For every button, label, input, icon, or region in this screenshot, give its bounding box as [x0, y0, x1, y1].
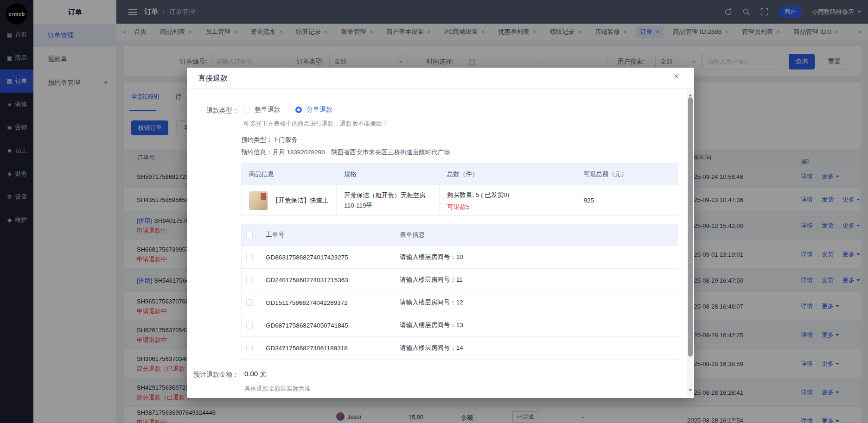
goods-col-spec: 规格 — [337, 164, 440, 185]
work-order-row: GD240175868274031715363请输入楼层房间号：11 — [242, 268, 678, 291]
work-order-no: GD151175868274042269372 — [266, 299, 348, 306]
dialog-header-divider — [187, 88, 694, 88]
product-thumbnail — [249, 191, 268, 210]
work-order-form-info: 请输入楼层房间号：11 — [400, 276, 463, 284]
refund-type-radio-group: 整单退款 分单退款 — [243, 106, 332, 114]
refund-dialog: 直接退款 × 退款类型： 整单退款 分单退款 可选择下方表格中的商品进行退款，退… — [187, 68, 694, 398]
radio-split-label[interactable]: 分单退款 — [306, 106, 332, 114]
work-order-row: GD863175868274017423275请输入楼层房间号：10 — [242, 246, 678, 268]
work-table-header: 工单号 表单信息 — [242, 224, 678, 246]
work-order-form-info: 请输入楼层房间号：10 — [400, 253, 463, 261]
work-col-no: 工单号 — [258, 224, 392, 246]
work-order-no: GD347175868274061189318 — [266, 345, 348, 352]
product-name: 【开荒保洁】快速上... — [272, 196, 329, 205]
goods-col-info: 商品信息 — [242, 164, 337, 185]
row-checkbox[interactable] — [246, 254, 253, 260]
refund-type-label: 退款类型： — [192, 107, 239, 115]
goods-col-amount: 可退总额（元） — [576, 164, 678, 185]
work-table-body: GD863175868274017423275请输入楼层房间号：10GD2401… — [242, 246, 678, 359]
row-checkbox[interactable] — [246, 322, 253, 328]
work-col-form: 表单信息 — [392, 224, 678, 246]
dialog-scrollbar[interactable] — [687, 89, 693, 397]
dialog-title: 直接退款 — [198, 74, 228, 83]
close-icon[interactable]: × — [673, 71, 679, 82]
work-order-no: GD240175868274031715363 — [266, 277, 348, 284]
goods-row: 【开荒保洁】快速上... 开荒保洁（粗开荒）无柜空房110-119平 购买数量:… — [242, 185, 678, 215]
goods-table-header: 商品信息 规格 总数（件） 可退总额（元） — [242, 164, 678, 185]
estimate-label: 预计退款金额： — [192, 371, 239, 379]
work-order-no: GD863175868274017423275 — [266, 254, 348, 261]
scrollbar-thumb[interactable] — [688, 97, 693, 357]
select-all-checkbox[interactable] — [246, 232, 253, 238]
goods-table: 商品信息 规格 总数（件） 可退总额（元） 【开荒保洁】快速上... 开荒保洁（… — [241, 163, 678, 216]
scroll-up-icon[interactable] — [687, 89, 693, 95]
scroll-down-icon[interactable] — [687, 391, 693, 397]
work-order-no: GD687175868274050741845 — [266, 322, 348, 329]
work-order-form-info: 请输入楼层房间号：14 — [400, 344, 463, 352]
work-order-form-info: 请输入楼层房间号：12 — [400, 298, 463, 307]
row-checkbox[interactable] — [246, 345, 253, 351]
estimate-note: 具体退款金额以实际为准 — [244, 385, 311, 393]
row-checkbox[interactable] — [246, 299, 253, 306]
refundable-qty: 可退款5 — [447, 202, 509, 212]
product-spec: 开荒保洁（粗开荒）无柜空房110-119平 — [344, 190, 432, 211]
refundable-amount: 925 — [576, 185, 678, 215]
app-root: crmeb ▦首页▣商品▤订单≡装修◉营销☻员工◈财务⚙设置◆维护 订单 订单管… — [0, 0, 868, 423]
work-order-table: 工单号 表单信息 GD863175868274017423275请输入楼层房间号… — [241, 224, 678, 360]
reserve-type-line: 预约类型：上门服务 — [241, 136, 298, 144]
work-order-row: GD151175868274042269372请输入楼层房间号：12 — [242, 291, 678, 314]
estimate-value: 0.00 元 — [244, 370, 267, 379]
radio-whole-icon[interactable] — [243, 107, 250, 113]
goods-col-qty: 总数（件） — [440, 164, 576, 185]
work-order-row: GD347175868274061189318请输入楼层房间号：14 — [242, 336, 678, 359]
work-order-form-info: 请输入楼层房间号：13 — [400, 321, 463, 329]
radio-split-icon[interactable] — [295, 107, 302, 113]
buy-qty: 购买数量: 5 ( 已发货0) — [447, 190, 509, 200]
work-order-row: GD687175868274050741845请输入楼层房间号：13 — [242, 314, 678, 336]
product-qty-cell: 购买数量: 5 ( 已发货0) 可退款5 — [440, 185, 576, 215]
row-checkbox[interactable] — [246, 277, 253, 283]
radio-whole-label[interactable]: 整单退款 — [255, 106, 281, 114]
refund-hint: 可选择下方表格中的商品进行退款，退款后不能撤回！ — [243, 120, 388, 128]
reserve-info-line: 预约信息：月月 18392028290 陕西省西安市未央区三桥街道启航时代广场 — [241, 148, 450, 157]
